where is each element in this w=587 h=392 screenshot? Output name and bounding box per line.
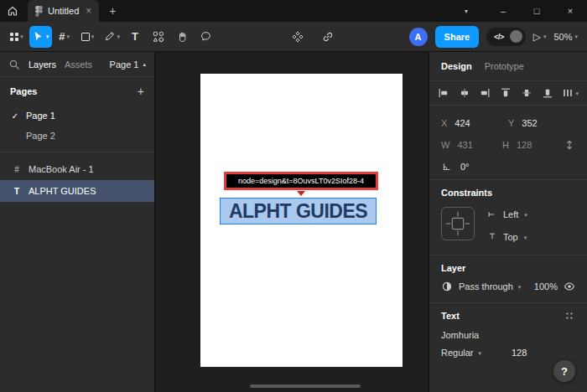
h-label: H [502, 140, 509, 150]
font-weight-select[interactable]: Regular ▾ [441, 348, 512, 358]
figma-menu-icon [10, 33, 18, 41]
horizontal-scrollbar[interactable] [250, 384, 361, 388]
text-section-header: Text [429, 303, 587, 328]
opacity-field[interactable]: 100% [534, 281, 558, 291]
dev-mode-toggle[interactable]: </> [486, 28, 526, 46]
tab-design[interactable]: Design [441, 61, 472, 71]
move-tool-button[interactable]: ▾ [29, 26, 52, 48]
comment-tool-button[interactable] [195, 26, 216, 48]
selected-text-element[interactable]: ALPHT GUIDES [220, 198, 377, 224]
constraints-body: Left ▾ Top ▾ [429, 205, 587, 255]
type-settings-icon[interactable] [564, 310, 575, 322]
shape-tool-button[interactable]: ▾ [77, 26, 99, 48]
layers-panel: Layers Assets Page 1 ▴ Pages + ✓ Page 1 … [0, 52, 155, 392]
tab-prototype[interactable]: Prototype [485, 61, 524, 71]
align-top-icon[interactable] [500, 87, 512, 99]
constraints-section-header: Constraints [429, 180, 587, 205]
x-field[interactable]: X 424 [441, 118, 508, 128]
font-size-field[interactable]: 128 [512, 348, 527, 358]
resources-icon [152, 30, 165, 44]
new-tab-button[interactable]: + [99, 4, 126, 18]
distribute-icon[interactable]: ▾ [562, 87, 579, 99]
add-page-button[interactable]: + [138, 85, 144, 98]
tab-close-icon[interactable]: × [84, 5, 91, 17]
help-button[interactable]: ? [553, 360, 575, 382]
align-horizontal-center-icon[interactable] [459, 87, 470, 99]
toolbar: ▾ ▾ # ▾ ▾ ▾ T [0, 22, 587, 52]
tab-title: Untitled [48, 6, 79, 16]
page-name: Page 2 [26, 131, 55, 141]
rotation-value: 0° [460, 162, 470, 172]
chevron-down-icon: ▾ [20, 34, 23, 39]
maximize-button[interactable]: □ [520, 6, 553, 16]
home-button[interactable] [0, 0, 25, 22]
close-button[interactable]: × [553, 6, 587, 16]
hand-icon [176, 30, 189, 43]
frame-icon: # [59, 30, 65, 43]
url-annotation: node=design&t=8OuvsLT0v2SIof28-4 [224, 172, 378, 190]
align-left-icon[interactable] [438, 87, 449, 99]
component-button[interactable] [287, 26, 309, 48]
minimize-button[interactable]: – [486, 6, 520, 16]
align-vertical-center-icon[interactable] [521, 87, 532, 99]
avatar[interactable]: A [409, 28, 428, 46]
text-tool-icon: T [132, 30, 138, 43]
inspector-panel: Design Prototype ▾ X 424 [429, 52, 587, 392]
toggle-knob [510, 30, 522, 43]
resources-button[interactable] [148, 26, 169, 48]
divider [0, 152, 154, 152]
zoom-menu[interactable]: 50% ▾ [553, 32, 578, 42]
blend-mode-value: Pass through [459, 281, 513, 291]
titlebar: Untitled × + ▾ – □ × [0, 0, 587, 22]
tab-assets[interactable]: Assets [65, 59, 92, 70]
canvas[interactable]: node=design&t=8OuvsLT0v2SIof28-4 ALPHT G… [155, 52, 429, 392]
rotation-field[interactable]: 0° [441, 161, 512, 173]
link-icon [321, 30, 335, 44]
pen-icon [103, 30, 116, 43]
page-selector[interactable]: Page 1 ▴ [110, 59, 146, 70]
height-field[interactable]: H 128 [502, 140, 564, 150]
window-chevron-icon[interactable]: ▾ [456, 8, 486, 15]
layers-panel-header: Layers Assets Page 1 ▴ [0, 52, 154, 77]
layer-row-frame[interactable]: # MacBook Air - 1 [0, 158, 154, 180]
constrain-proportions-icon[interactable] [564, 139, 575, 151]
link-button[interactable] [317, 26, 339, 48]
frame-tool-button[interactable]: # ▾ [54, 26, 75, 48]
layer-row-text[interactable]: T ALPHT GUIDES [0, 180, 154, 202]
width-field[interactable]: W 431 [441, 140, 502, 150]
chevron-down-icon: ▾ [524, 235, 527, 240]
check-icon: ✓ [10, 111, 20, 121]
layer-name: ALPHT GUIDES [29, 186, 96, 196]
page-list-item-2[interactable]: Page 2 [0, 126, 154, 146]
y-label: Y [508, 118, 514, 128]
file-tab[interactable]: Untitled × [28, 0, 99, 22]
text-tool-button[interactable]: T [124, 26, 146, 48]
font-family-select[interactable]: Jomhuria [429, 328, 587, 348]
cursor-icon [32, 30, 44, 43]
pages-title: Pages [10, 86, 37, 96]
pen-tool-button[interactable]: ▾ [101, 26, 123, 48]
align-bottom-icon[interactable] [542, 87, 553, 99]
align-right-icon[interactable] [479, 87, 491, 99]
blend-mode-select[interactable]: Pass through ▾ [459, 281, 521, 291]
text-title: Text [441, 311, 460, 321]
horizontal-constraint-value: Left [503, 209, 518, 219]
zoom-value: 50% [553, 32, 572, 42]
tab-layers[interactable]: Layers [29, 59, 56, 70]
hand-tool-button[interactable] [171, 26, 193, 48]
present-button[interactable]: ▷ ▾ [533, 31, 547, 43]
search-icon[interactable] [8, 59, 20, 70]
y-field[interactable]: Y 352 [508, 118, 575, 128]
chevron-down-icon: ▾ [575, 90, 579, 96]
w-label: W [441, 140, 449, 150]
page-list-item-1[interactable]: ✓ Page 1 [0, 106, 154, 126]
horizontal-constraint-select[interactable]: Left ▾ [487, 209, 527, 220]
page-selector-label: Page 1 [110, 59, 139, 70]
visibility-eye-icon[interactable] [564, 281, 575, 292]
share-button[interactable]: Share [435, 26, 480, 48]
vertical-constraint-select[interactable]: Top ▾ [487, 231, 527, 243]
constraints-widget[interactable] [441, 207, 475, 240]
main-menu-button[interactable]: ▾ [6, 26, 28, 48]
chevron-up-icon: ▴ [143, 61, 146, 67]
frame-icon: # [12, 165, 22, 174]
